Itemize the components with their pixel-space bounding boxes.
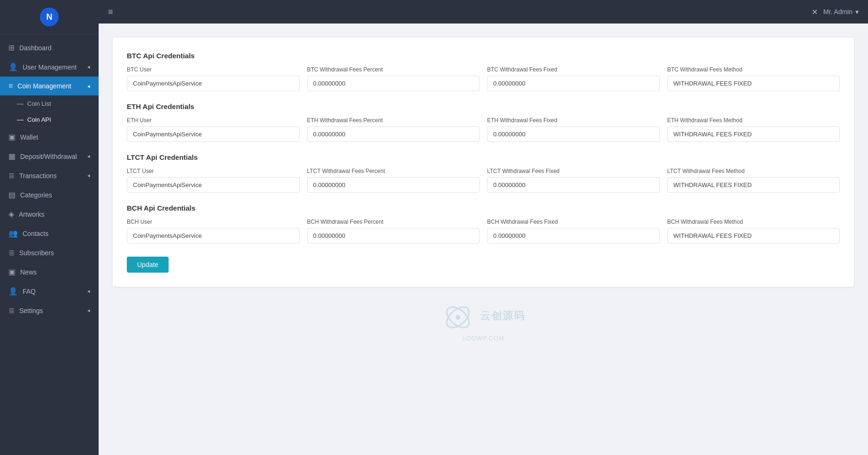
input-bch-user[interactable] [127, 228, 300, 243]
input-btc-fees-method[interactable] [667, 76, 840, 91]
sidebar-item-categories[interactable]: ▤ Categories [0, 185, 99, 204]
input-ltct-fees-fixed[interactable] [487, 177, 660, 193]
form-group-btc-user: BTC User [127, 66, 300, 91]
sidebar-nav: ⊞ Dashboard 👤 User Management ◂ ≡ Coin M… [0, 34, 99, 455]
input-bch-fees-method[interactable] [667, 228, 840, 243]
main-content: BTC Api CredentialsBTC UserBTC Withdrawa… [99, 24, 868, 455]
transactions-icon: ≣ [8, 171, 15, 180]
input-ltct-fees-percent[interactable] [307, 177, 480, 193]
input-eth-user[interactable] [127, 126, 300, 142]
input-bch-fees-percent[interactable] [307, 228, 480, 243]
sidebar-item-transactions[interactable]: ≣ Transactions ◂ [0, 166, 99, 185]
label-bch-user: BCH User [127, 219, 300, 225]
update-button[interactable]: Update [127, 257, 169, 273]
sidebar-item-user-management[interactable]: 👤 User Management ◂ [0, 57, 99, 77]
contacts-icon: 👥 [8, 229, 18, 238]
sidebar-item-deposit-withdrawal[interactable]: ▦ Deposit/Withdrawal ◂ [0, 147, 99, 166]
input-eth-fees-percent[interactable] [307, 126, 480, 142]
news-icon: ▣ [8, 267, 16, 276]
label-eth-user: ETH User [127, 117, 300, 124]
svg-point-1 [443, 303, 473, 332]
label-eth-fees-method: ETH Withdrawal Fees Method [667, 117, 840, 124]
section-title-bch: BCH Api Credentials [127, 204, 840, 212]
form-group-bch-fees-percent: BCH Withdrawal Fees Percent [307, 219, 480, 243]
topbar-right: ✕ Mr. Admin ▾ [812, 8, 859, 16]
sidebar-label-transactions: Transactions [19, 172, 57, 180]
sidebar-item-wallet[interactable]: ▣ Wallet [0, 127, 99, 147]
form-row-btc: BTC UserBTC Withdrawal Fees PercentBTC W… [127, 66, 840, 91]
coin-management-arrow-icon: ◂ [87, 83, 90, 89]
coin-list-dash-icon: — [17, 100, 23, 107]
transactions-arrow-icon: ◂ [87, 173, 90, 179]
form-row-bch: BCH UserBCH Withdrawal Fees PercentBCH W… [127, 219, 840, 243]
menu-toggle-icon[interactable]: ≡ [108, 7, 113, 17]
sidebar-label-user-management: User Management [23, 63, 77, 71]
label-bch-fees-method: BCH Withdrawal Fees Method [667, 219, 840, 225]
form-row-ltct: LTCT UserLTCT Withdrawal Fees PercentLTC… [127, 168, 840, 193]
settings-icon: ≣ [8, 306, 15, 315]
label-ltct-fees-percent: LTCT Withdrawal Fees Percent [307, 168, 480, 174]
form-group-ltct-fees-method: LTCT Withdrawal Fees Method [667, 168, 840, 193]
sidebar-label-artworks: Artworks [19, 211, 44, 218]
sidebar-item-settings[interactable]: ≣ Settings ◂ [0, 301, 99, 320]
form-group-eth-fees-method: ETH Withdrawal Fees Method [667, 117, 840, 142]
input-ltct-fees-method[interactable] [667, 177, 840, 193]
sidebar-label-dashboard: Dashboard [19, 44, 52, 52]
faq-arrow-icon: ◂ [87, 288, 90, 294]
sidebar-label-settings: Settings [19, 307, 43, 314]
label-ltct-fees-fixed: LTCT Withdrawal Fees Fixed [487, 168, 660, 174]
svg-point-2 [456, 315, 460, 320]
sidebar-item-subscribers[interactable]: ≣ Subscribers [0, 243, 99, 262]
form-group-btc-fees-method: BTC Withdrawal Fees Method [667, 66, 840, 91]
subscribers-icon: ≣ [8, 248, 15, 257]
watermark-logo-icon [442, 301, 474, 334]
input-btc-fees-percent[interactable] [307, 76, 480, 91]
input-btc-fees-fixed[interactable] [487, 76, 660, 91]
categories-icon: ▤ [8, 190, 16, 199]
sidebar-subitem-coin-api[interactable]: — Coin API [0, 111, 99, 127]
input-eth-fees-method[interactable] [667, 126, 840, 142]
sidebar-item-contacts[interactable]: 👥 Contacts [0, 224, 99, 243]
label-ltct-fees-method: LTCT Withdrawal Fees Method [667, 168, 840, 174]
input-btc-user[interactable] [127, 76, 300, 91]
sidebar-label-categories: Categories [20, 191, 52, 199]
topbar: ≡ ✕ Mr. Admin ▾ [99, 0, 868, 24]
sidebar-label-faq: FAQ [23, 288, 36, 295]
sidebar-label-news: News [20, 268, 37, 276]
form-group-btc-fees-percent: BTC Withdrawal Fees Percent [307, 66, 480, 91]
input-eth-fees-fixed[interactable] [487, 126, 660, 142]
sidebar-item-news[interactable]: ▣ News [0, 262, 99, 282]
section-title-btc: BTC Api Credentials [127, 52, 840, 60]
sidebar-sub-label-coin-list: Coin List [27, 100, 51, 107]
sidebar-item-coin-management[interactable]: ≡ Coin Management ◂ [0, 77, 99, 95]
deposit-withdrawal-arrow-icon: ◂ [87, 153, 90, 159]
input-ltct-user[interactable] [127, 177, 300, 193]
sidebar-label-subscribers: Subscribers [19, 249, 54, 257]
topbar-left: ≡ [108, 7, 113, 17]
user-menu[interactable]: Mr. Admin ▾ [823, 8, 859, 16]
settings-arrow-icon: ◂ [87, 307, 90, 314]
user-management-icon: 👤 [8, 63, 18, 71]
faq-icon: 👤 [8, 287, 18, 296]
input-bch-fees-fixed[interactable] [487, 228, 660, 243]
sidebar-label-coin-management: Coin Management [17, 82, 71, 90]
form-group-ltct-fees-percent: LTCT Withdrawal Fees Percent [307, 168, 480, 193]
user-name: Mr. Admin [823, 8, 852, 16]
label-eth-fees-percent: ETH Withdrawal Fees Percent [307, 117, 480, 124]
sidebar-item-artworks[interactable]: ◈ Artworks [0, 204, 99, 224]
form-group-eth-fees-percent: ETH Withdrawal Fees Percent [307, 117, 480, 142]
close-icon[interactable]: ✕ [812, 8, 818, 16]
watermark-sub: LOOWP.COM [462, 335, 504, 342]
label-btc-fees-percent: BTC Withdrawal Fees Percent [307, 66, 480, 73]
form-group-eth-user: ETH User [127, 117, 300, 142]
sidebar-item-faq[interactable]: 👤 FAQ ◂ [0, 282, 99, 301]
sidebar-label-deposit-withdrawal: Deposit/Withdrawal [20, 153, 77, 160]
sidebar-subitem-coin-list[interactable]: — Coin List [0, 95, 99, 111]
sidebar-item-dashboard[interactable]: ⊞ Dashboard [0, 38, 99, 57]
sidebar-label-wallet: Wallet [20, 133, 38, 141]
app-logo: N [40, 8, 59, 26]
form-group-ltct-fees-fixed: LTCT Withdrawal Fees Fixed [487, 168, 660, 193]
form-group-bch-fees-method: BCH Withdrawal Fees Method [667, 219, 840, 243]
form-group-ltct-user: LTCT User [127, 168, 300, 193]
section-title-ltct: LTCT Api Credentials [127, 153, 840, 161]
